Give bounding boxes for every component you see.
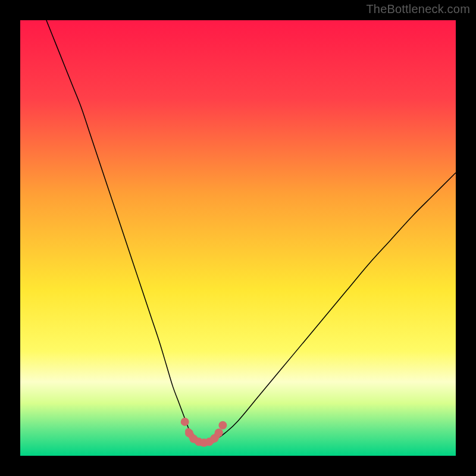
chart-frame: TheBottleneck.com (0, 0, 476, 476)
valley-dot (181, 418, 189, 426)
gradient-background (20, 20, 456, 456)
valley-dot (215, 428, 223, 437)
bottleneck-chart (20, 20, 456, 456)
attribution-label: TheBottleneck.com (366, 2, 470, 16)
valley-dot (218, 421, 227, 430)
